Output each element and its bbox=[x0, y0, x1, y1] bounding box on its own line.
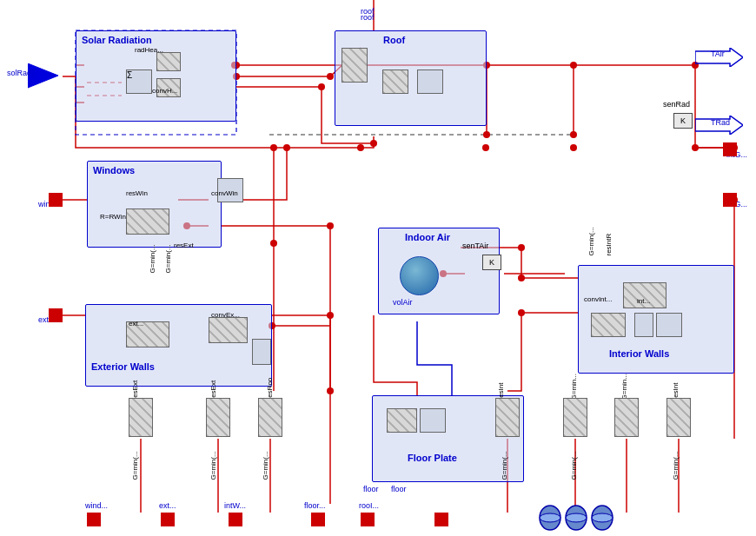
roof-comp-3 bbox=[417, 69, 443, 94]
bot-hatch-7 bbox=[666, 398, 691, 437]
bottom-label-ext: ext... bbox=[159, 501, 176, 510]
exterior-walls-label: Exterior Walls bbox=[91, 361, 155, 372]
cylinder-group bbox=[537, 504, 615, 533]
floor-comp2 bbox=[420, 408, 446, 433]
floor-port-bottom: floor bbox=[391, 485, 407, 493]
gmin-bot-1: G=min(... bbox=[131, 451, 139, 480]
roof-comp-1 bbox=[342, 48, 368, 83]
solar-comp-sigma: Σ bbox=[126, 69, 152, 94]
conv-int-comp bbox=[591, 313, 626, 337]
bottom-square-5 bbox=[361, 513, 375, 526]
bottom-square-4 bbox=[311, 513, 325, 526]
resext-label-4: G=min... bbox=[620, 374, 628, 400]
ext-walls-comp3 bbox=[252, 339, 271, 365]
bottom-label-intw: intW... bbox=[224, 501, 246, 510]
int-inside-label: int... bbox=[637, 297, 650, 305]
right-square-intg1 bbox=[723, 142, 737, 156]
gmin-bot-6: G=min(... bbox=[672, 451, 680, 480]
trad-label: TRad bbox=[711, 118, 730, 127]
bot-hatch-4 bbox=[495, 398, 520, 437]
windows-res bbox=[126, 208, 169, 235]
left-square-wind bbox=[49, 193, 63, 207]
solar-source-arrow bbox=[28, 63, 67, 91]
radhea-label: radHea... bbox=[135, 46, 163, 54]
convh-label: convH... bbox=[152, 87, 177, 95]
volair-sphere bbox=[400, 256, 439, 295]
resext-label-3: G=min... bbox=[570, 374, 578, 400]
convint-label: convInt... bbox=[584, 295, 612, 303]
solar-radiation-label: Solar Radiation bbox=[82, 35, 152, 45]
bottom-square-3 bbox=[229, 513, 242, 526]
int-comp3 bbox=[656, 313, 682, 337]
bot-hatch-1 bbox=[129, 398, 153, 437]
right-square-intg2 bbox=[723, 193, 737, 207]
bot-hatch-5 bbox=[563, 398, 587, 437]
roof-label: Roof bbox=[383, 35, 405, 45]
bottom-square-1 bbox=[87, 513, 101, 526]
convext-label: convEx... bbox=[211, 311, 240, 319]
floor-plate-label: Floor Plate bbox=[408, 453, 457, 463]
gmin-bot-3: G=min(... bbox=[262, 451, 269, 480]
sentair-block: K bbox=[482, 255, 501, 270]
senrad-block: K bbox=[673, 113, 693, 129]
left-square-ext bbox=[49, 308, 63, 322]
gmin-bot-5: G=min(... bbox=[570, 451, 578, 480]
gmin-label-3: G=min(... bbox=[587, 227, 595, 255]
gmin-label-1: G=min(... bbox=[149, 244, 156, 273]
resext-side: resExt bbox=[174, 242, 194, 249]
tair-label: TAir bbox=[711, 50, 725, 58]
floor-comp1 bbox=[387, 408, 417, 433]
windows-block: Windows bbox=[87, 161, 222, 248]
bottom-label-floor: floor... bbox=[304, 501, 326, 510]
convwin-label: convWin bbox=[211, 189, 238, 197]
bottom-square-6 bbox=[434, 513, 448, 526]
windows-label: Windows bbox=[93, 165, 135, 175]
bot-hatch-2 bbox=[206, 398, 230, 437]
bottom-label-wind: wind... bbox=[85, 501, 108, 510]
reswin-label: resWin bbox=[126, 189, 148, 197]
ext-inside-label: ext... bbox=[129, 320, 143, 328]
roof-top-label: roof bbox=[361, 7, 375, 16]
resintR-label: resIntR bbox=[605, 234, 613, 256]
gmin-bot-4: G=min(... bbox=[501, 451, 508, 480]
bottom-label-roof: rooI... bbox=[359, 501, 379, 510]
floor-port-label: floor bbox=[363, 485, 379, 493]
roof-comp-2 bbox=[382, 69, 408, 94]
sentair-label: senTAir bbox=[462, 242, 488, 250]
svg-point-8 bbox=[592, 513, 613, 522]
volair-label: volAir bbox=[393, 298, 413, 307]
senrad-label: senRad bbox=[663, 100, 690, 109]
solar-comp-1 bbox=[156, 52, 181, 71]
bot-hatch-6 bbox=[614, 398, 639, 437]
svg-point-6 bbox=[540, 513, 560, 522]
solar-radiation-block: Solar Radiation bbox=[76, 30, 236, 122]
gmin-label-2: G=min(... bbox=[164, 244, 172, 273]
bottom-square-2 bbox=[161, 513, 175, 526]
bot-hatch-3 bbox=[258, 398, 282, 437]
svg-point-7 bbox=[566, 513, 587, 522]
resroo-label: resRoo bbox=[266, 378, 274, 400]
solrad-label: solRad[] bbox=[7, 69, 36, 77]
interior-walls-label: Interior Walls bbox=[609, 348, 669, 359]
indoor-air-label: Indoor Air bbox=[405, 232, 450, 242]
conv-ext-comp bbox=[209, 317, 248, 343]
gmin-bot-2: G=min(... bbox=[209, 451, 217, 480]
rwin-label: R=RWin bbox=[100, 213, 126, 221]
int-comp2 bbox=[634, 313, 653, 337]
